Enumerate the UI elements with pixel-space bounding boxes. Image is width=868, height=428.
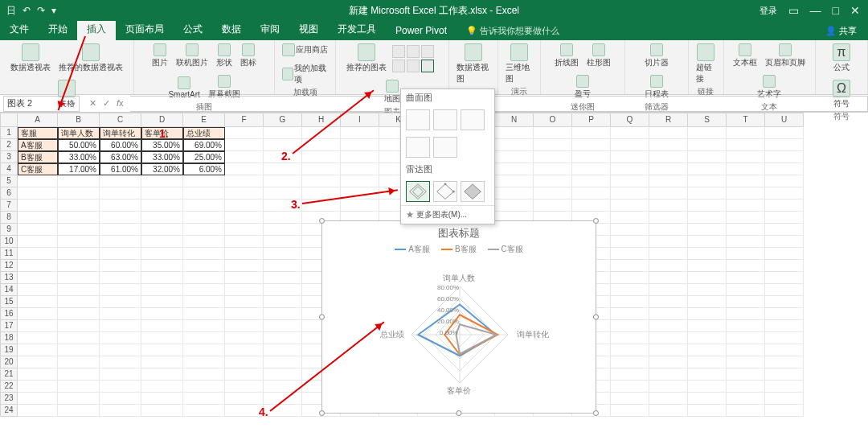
cell[interactable] xyxy=(183,381,225,393)
cell[interactable] xyxy=(611,356,649,368)
cell[interactable] xyxy=(225,236,264,248)
cell[interactable] xyxy=(18,200,58,212)
surface-chart-option[interactable] xyxy=(461,109,485,130)
cell[interactable] xyxy=(649,284,688,296)
cell[interactable] xyxy=(141,320,183,332)
cell[interactable] xyxy=(611,224,649,236)
cell[interactable] xyxy=(58,272,100,284)
cell[interactable] xyxy=(688,381,727,393)
cell[interactable] xyxy=(688,368,727,381)
row-header[interactable]: 7 xyxy=(0,200,18,212)
cell[interactable] xyxy=(765,212,804,224)
cell[interactable] xyxy=(688,320,727,332)
cell[interactable] xyxy=(611,187,649,200)
cell[interactable] xyxy=(141,405,183,417)
cell[interactable] xyxy=(264,224,302,236)
name-box[interactable]: 图表 2 xyxy=(3,96,80,112)
cell[interactable] xyxy=(534,151,572,163)
resize-handle[interactable] xyxy=(319,410,325,416)
legend-item[interactable]: A客服 xyxy=(395,244,430,255)
cell[interactable] xyxy=(688,296,727,308)
cell[interactable] xyxy=(100,332,141,344)
cell[interactable] xyxy=(688,344,727,356)
cell[interactable] xyxy=(100,344,141,356)
cell[interactable] xyxy=(688,284,727,296)
cell[interactable] xyxy=(727,284,765,296)
cell[interactable] xyxy=(765,332,804,344)
cell[interactable] xyxy=(225,381,264,393)
cell[interactable] xyxy=(341,163,379,175)
cell[interactable] xyxy=(649,248,688,260)
cell[interactable] xyxy=(100,308,141,320)
cell[interactable] xyxy=(100,356,141,368)
cell[interactable] xyxy=(58,200,100,212)
cell[interactable] xyxy=(225,212,264,224)
cell[interactable] xyxy=(264,175,302,187)
row-header[interactable]: 5 xyxy=(0,175,18,187)
cell[interactable] xyxy=(58,224,100,236)
cell[interactable] xyxy=(688,260,727,272)
cell[interactable] xyxy=(611,368,649,381)
cell[interactable] xyxy=(611,260,649,272)
cell[interactable] xyxy=(100,236,141,248)
column-header[interactable]: R xyxy=(649,113,688,127)
cell[interactable] xyxy=(225,320,264,332)
cell[interactable] xyxy=(183,296,225,308)
cell[interactable] xyxy=(611,212,649,224)
row-header[interactable]: 18 xyxy=(0,332,18,344)
chart-type-icon[interactable] xyxy=(392,45,405,58)
cell[interactable] xyxy=(141,393,183,405)
sparkline-column[interactable]: 柱形图 xyxy=(584,42,613,70)
cell[interactable] xyxy=(649,127,688,139)
tab-developer[interactable]: 开发工具 xyxy=(328,19,386,40)
cell[interactable] xyxy=(611,284,649,296)
cell[interactable] xyxy=(765,187,804,200)
save-icon[interactable]: 日 xyxy=(6,4,16,18)
cell[interactable] xyxy=(765,260,804,272)
maximize-icon[interactable]: □ xyxy=(833,4,839,17)
cell[interactable] xyxy=(141,284,183,296)
cell[interactable] xyxy=(341,151,379,163)
column-header[interactable]: A xyxy=(18,113,58,127)
cell[interactable] xyxy=(765,175,804,187)
row-header[interactable]: 20 xyxy=(0,356,18,368)
cell[interactable] xyxy=(611,248,649,260)
cell[interactable] xyxy=(18,248,58,260)
legend-item[interactable]: C客服 xyxy=(488,244,523,255)
cell[interactable] xyxy=(649,224,688,236)
cell[interactable] xyxy=(688,272,727,284)
cell[interactable] xyxy=(183,224,225,236)
cell[interactable] xyxy=(225,260,264,272)
cell[interactable] xyxy=(688,308,727,320)
cell[interactable]: 32.00% xyxy=(141,163,183,175)
picture-button[interactable]: 图片 xyxy=(149,42,170,70)
cell[interactable] xyxy=(649,332,688,344)
cell[interactable] xyxy=(183,356,225,368)
cell[interactable] xyxy=(225,405,264,417)
cell[interactable] xyxy=(58,236,100,248)
resize-handle[interactable] xyxy=(593,410,599,416)
cell[interactable]: 63.00% xyxy=(100,151,141,163)
cell[interactable] xyxy=(534,187,572,200)
cell[interactable] xyxy=(688,405,727,417)
cell[interactable]: 询单人数 xyxy=(58,127,100,139)
cell[interactable] xyxy=(572,163,611,175)
store-button[interactable]: 应用商店 xyxy=(280,42,330,58)
legend-item[interactable]: B客服 xyxy=(441,244,477,255)
cell[interactable] xyxy=(611,332,649,344)
equation-button[interactable]: π公式 xyxy=(830,42,853,75)
cell[interactable] xyxy=(225,344,264,356)
cell[interactable] xyxy=(100,405,141,417)
myaddins-button[interactable]: 我的加载项 xyxy=(280,61,330,87)
cell[interactable] xyxy=(611,308,649,320)
cell[interactable] xyxy=(727,320,765,332)
cell[interactable] xyxy=(225,272,264,284)
tab-layout[interactable]: 页面布局 xyxy=(116,19,174,40)
cell[interactable] xyxy=(495,163,534,175)
cell[interactable] xyxy=(649,163,688,175)
cell[interactable] xyxy=(18,393,58,405)
cell[interactable] xyxy=(225,200,264,212)
cell[interactable] xyxy=(18,236,58,248)
cell[interactable] xyxy=(765,248,804,260)
cell[interactable] xyxy=(765,344,804,356)
